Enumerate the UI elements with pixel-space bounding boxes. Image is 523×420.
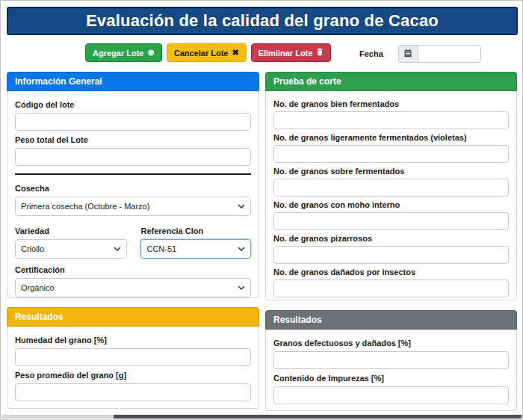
granos-defectuosos-input[interactable] [273,351,509,369]
variedad-select[interactable]: Criollo [15,239,127,259]
granos-sobre-fermentados-label: No. de granos sobre fermentados [273,167,509,176]
peso-promedio-label: Peso promedio del grano [g] [15,371,251,380]
referencia-clon-column: Referencia Clon CCN-51 [140,222,251,259]
page-title: Evaluación de la calidad del grano de Ca… [7,7,518,35]
cancel-lot-button[interactable]: Cancelar Lote ✖ [167,43,247,62]
add-lot-button-label: Agregar Lote [93,49,143,58]
granos-moho-interno-label: No. de granos con moho interno [273,200,509,210]
panel-resultados-fisicos-body: Humedad del grano [%] Peso promedio del … [7,327,259,409]
referencia-clon-select-wrap: CCN-51 [140,239,251,259]
trash-icon [316,48,324,58]
delete-lot-button-label: Elimiinar Lote [259,49,313,58]
panel-informacion-general-body: Código del lote Peso total del Lote Cose… [7,91,259,305]
cosecha-label: Cosecha [15,184,251,194]
plus-circle-icon: ⊕ [147,49,154,57]
contenido-impurezas-input[interactable] [273,386,509,404]
contenido-impurezas-label: Contenido de Impurezas [%] [273,374,509,383]
next-section-partial-bar [1,415,522,419]
referencia-clon-select[interactable]: CCN-51 [140,239,251,259]
granos-bien-fermentados-input[interactable] [273,111,509,129]
granos-pizarrosos-input[interactable] [273,246,509,264]
section-divider [15,173,251,175]
granos-danados-insectos-label: No. de granos dañados por insectos [273,268,509,277]
codigo-lote-label: Código del lote [15,100,251,110]
calendar-addon-button[interactable] [398,45,418,63]
panel-informacion-general-header: Información General [7,72,259,91]
panel-resultados-fisicos: Resultados Humedad del grano [%] Peso pr… [7,307,259,409]
calendar-icon [403,47,412,61]
panel-prueba-de-corte: Prueba de corte No. de granos bien ferme… [265,72,517,300]
granos-moho-interno-input[interactable] [273,212,509,230]
x-icon: ✖ [232,49,238,57]
certificacion-label: Certificación [15,265,251,275]
granos-danados-insectos-input[interactable] [273,280,509,297]
humedad-grano-label: Humedad del grano [%] [15,336,251,345]
next-section-partial-bar-light [1,415,114,419]
referencia-clon-label: Referencia Clon [140,226,251,236]
delete-lot-button[interactable]: Elimiinar Lote [251,43,332,62]
panel-prueba-de-corte-body: No. de granos bien fermentados No. de gr… [266,91,516,306]
granos-bien-fermentados-label: No. de granos bien fermentados [273,99,509,109]
granos-defectuosos-label: Granos defectuosos y dañados [%] [273,339,509,348]
variedad-select-wrap: Criollo [15,239,127,259]
app-window: Evaluación de la calidad del grano de Ca… [0,0,523,420]
toolbar: Agregar Lote ⊕ Cancelar Lote ✖ Elimiinar… [1,43,522,64]
granos-ligeramente-fermentados-label: No. de granos ligeramente fermentados (v… [273,133,509,143]
humedad-grano-input[interactable] [15,348,251,366]
panel-resultados-fisicos-header: Resultados [7,307,259,327]
variedad-column: Variedad Criollo [15,222,127,259]
cosecha-select-wrap: Primera cosecha (Octubre - Marzo) [15,197,251,216]
panel-prueba-de-corte-header: Prueba de corte [265,72,517,91]
add-lot-button[interactable]: Agregar Lote ⊕ [85,43,162,62]
cosecha-select[interactable]: Primera cosecha (Octubre - Marzo) [15,197,251,216]
panel-resultados-calidad-body: Granos defectuosos y dañados [%] Conteni… [266,330,516,412]
panel-resultados-calidad-header: Resultados [265,310,517,330]
date-input[interactable] [418,45,481,63]
date-field-group: Fecha [359,45,481,63]
granos-pizarrosos-label: No. de granos pizarrosos [273,234,509,244]
panel-resultados-calidad: Resultados Granos defectuosos y dañados … [265,310,517,411]
certificacion-select-wrap: Orgánico [15,278,251,297]
certificacion-select[interactable]: Orgánico [15,278,251,297]
toolbar-button-row: Agregar Lote ⊕ Cancelar Lote ✖ Elimiinar… [85,43,331,62]
peso-total-label: Peso total del Lote [15,135,251,145]
variedad-label: Variedad [15,226,127,236]
granos-ligeramente-fermentados-input[interactable] [273,145,509,163]
codigo-lote-input[interactable] [15,113,251,131]
panel-informacion-general: Información General Código del lote Peso… [7,72,259,298]
cancel-lot-button-label: Cancelar Lote [174,49,229,58]
date-label: Fecha [359,49,383,58]
peso-promedio-input[interactable] [15,383,251,401]
granos-sobre-fermentados-input[interactable] [273,179,509,197]
peso-total-input[interactable] [15,148,251,166]
